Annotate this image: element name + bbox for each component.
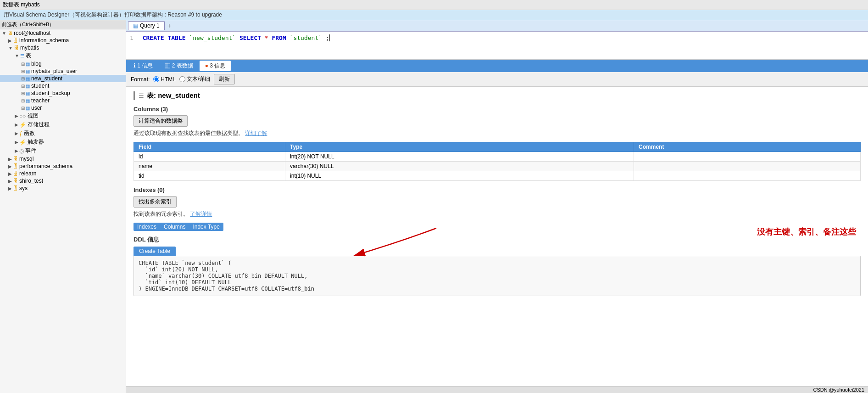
table-header: ☰ 表: new_student xyxy=(134,91,861,100)
table-row: namevarchar(30) NULL xyxy=(134,162,861,171)
sidebar-item-procedures[interactable]: ▶ ⚡ 存储过程 xyxy=(0,120,126,129)
sidebar-item-student-backup[interactable]: ⊞ ▦ student_backup xyxy=(0,90,126,97)
result-tabs: ℹ 1 信息 ▦ 2 表数据 ● 3 信息 xyxy=(126,60,868,72)
keyword-from: FROM xyxy=(272,34,286,41)
sidebar-user-label: user xyxy=(31,105,42,111)
sidebar-item-events[interactable]: ▶ ◎ 事件 xyxy=(0,146,126,155)
add-tab-button[interactable]: + xyxy=(166,22,173,29)
html-radio-label[interactable]: HTML xyxy=(153,76,176,83)
annotation-text: 没有主键、索引、备注这些 xyxy=(757,226,856,237)
table-icon: ▦ xyxy=(26,69,30,74)
sidebar-item-triggers[interactable]: ▶ ⚡ 触发器 xyxy=(0,138,126,146)
keyword-star: * xyxy=(265,34,268,41)
table-header-text: 表: new_student xyxy=(147,91,200,100)
sidebar-student-label: student xyxy=(31,83,49,89)
sidebar-item-tables-folder[interactable]: ▼ ☰ 表 xyxy=(0,51,126,60)
redundant-link[interactable]: 了解详情 xyxy=(190,211,212,217)
refresh-button[interactable]: 刷新 xyxy=(214,74,235,84)
expand-icon: ▼ xyxy=(15,53,19,58)
sidebar-item-new-student[interactable]: ⊞ ▦ new_student xyxy=(0,75,126,82)
sidebar-item-functions[interactable]: ▶ ƒ 函数 xyxy=(0,129,126,138)
expand-icon: ▶ xyxy=(8,164,12,169)
top-bar-title: 数据表 mybatis xyxy=(3,1,40,9)
query-tabs: ▦ Query 1 + xyxy=(126,20,868,32)
sidebar-mysql-label: mysql xyxy=(19,156,33,162)
result-tab-1[interactable]: ℹ 1 信息 xyxy=(128,61,158,71)
calc-desc: 通过该取现有数据查找该表的最佳数据类型。 详细了解 xyxy=(134,129,861,137)
sidebar-procedures-label: 存储过程 xyxy=(28,121,50,129)
sidebar-shiro-label: shiro_test xyxy=(19,178,43,184)
sidebar-item-shiro-test[interactable]: ▶ 🗄 shiro_test xyxy=(0,177,126,185)
result-tab-2[interactable]: ▦ 2 表数据 xyxy=(159,61,198,71)
query-editor[interactable]: 1 CREATE TABLE `new_student` SELECT * FR… xyxy=(126,32,868,59)
result-tab-3[interactable]: ● 3 信息 xyxy=(200,61,231,71)
sidebar-relearn-label: relearn xyxy=(19,170,36,177)
query-tab-1[interactable]: ▦ Query 1 xyxy=(128,21,165,30)
expand-icon: ⊞ xyxy=(21,106,25,111)
sidebar-item-root[interactable]: ▼ 🖥 root@localhost xyxy=(0,29,126,37)
sidebar-item-blog[interactable]: ⊞ ▦ blog xyxy=(0,60,126,67)
table-icon: ▦ xyxy=(26,98,30,103)
sidebar-new-student-label: new_student xyxy=(31,75,62,82)
calc-btn[interactable]: 计算适合的数据类 xyxy=(134,115,188,127)
expand-icon: ▶ xyxy=(15,140,18,145)
sidebar-root-label: root@localhost xyxy=(14,30,50,36)
status-bar: CSDN @yuhuofei2021 xyxy=(126,386,868,393)
sidebar-item-teacher[interactable]: ⊞ ▦ teacher xyxy=(0,97,126,104)
text-radio[interactable] xyxy=(179,76,185,82)
table-row: tidint(10) NULL xyxy=(134,171,861,181)
func-icon: ƒ xyxy=(19,130,22,137)
view-icon: ○○ xyxy=(19,113,26,119)
query-tab-label: Query 1 xyxy=(140,22,160,29)
line-number: 1 xyxy=(130,34,134,41)
text-radio-label[interactable]: 文本/详细 xyxy=(179,75,210,83)
col-header-comment: Comment xyxy=(634,142,861,152)
sidebar-item-views[interactable]: ▶ ○○ 视图 xyxy=(0,112,126,120)
sidebar-item-mybatis[interactable]: ▼ 🗄 mybatis xyxy=(0,44,126,51)
calc-link[interactable]: 详细了解 xyxy=(245,130,267,136)
html-radio[interactable] xyxy=(153,76,159,82)
db-icon: 🗄 xyxy=(13,185,18,191)
schema-bar: 用Visual Schema Designer（可视化架构设计器）打印数据库架构… xyxy=(0,10,868,20)
db-icon: 🗄 xyxy=(13,163,18,169)
indexes-section-title: Indexes (0) xyxy=(134,186,861,193)
info-panel: Format: HTML 文本/详细 刷新 ☰ 表: new_student xyxy=(126,72,868,386)
db-icon: 🗄 xyxy=(13,171,18,176)
indexes-tab-index-type[interactable]: Index Type xyxy=(189,223,223,231)
expand-icon: ▶ xyxy=(8,38,12,43)
sidebar-item-mysql[interactable]: ▶ 🗄 mysql xyxy=(0,155,126,163)
cursor xyxy=(329,34,330,41)
sidebar-item-user[interactable]: ⊞ ▦ user xyxy=(0,104,126,112)
query-area: ▦ Query 1 + 1 CREATE TABLE `new_student`… xyxy=(126,20,868,60)
indexes-tab-indexes[interactable]: Indexes xyxy=(134,223,160,231)
ddl-tab[interactable]: Create Table xyxy=(134,247,176,256)
sidebar-views-label: 视图 xyxy=(28,112,39,120)
col-header-field: Field xyxy=(134,142,285,152)
col-field: id xyxy=(134,152,285,162)
top-bar: 数据表 mybatis xyxy=(0,0,868,10)
col-field: tid xyxy=(134,171,285,181)
result-tab-2-label: 2 表数据 xyxy=(172,62,193,69)
sidebar-tables-label: 表 xyxy=(26,52,31,60)
redundant-btn[interactable]: 找出多余索引 xyxy=(134,196,177,208)
sidebar: 前选表（Ctrl+Shift+B） ▼ 🖥 root@localhost ▶ 🗄… xyxy=(0,20,126,393)
table-icon: ▦ xyxy=(26,106,30,111)
sidebar-item-mybatis-plus-user[interactable]: ⊞ ▦ mybatis_plus_user xyxy=(0,67,126,75)
ddl-title: DDL 信息 xyxy=(134,236,861,244)
sidebar-item-relearn[interactable]: ▶ 🗄 relearn xyxy=(0,170,126,177)
sidebar-item-sys[interactable]: ▶ 🗄 sys xyxy=(0,185,126,192)
sidebar-toolbar: 前选表（Ctrl+Shift+B） xyxy=(0,20,126,29)
sidebar-item-information-schema[interactable]: ▶ 🗄 information_schema xyxy=(0,37,126,44)
expand-icon: ⊞ xyxy=(21,91,25,96)
ddl-section: 没有主键、索引、备注这些 DDL 信息 xyxy=(134,236,861,296)
format-label: Format: xyxy=(131,76,150,83)
keyword-table: TABLE xyxy=(167,34,185,41)
sidebar-item-performance-schema[interactable]: ▶ 🗄 performance_schema xyxy=(0,163,126,170)
table-header-icon: ☰ xyxy=(139,92,144,99)
sidebar-item-student[interactable]: ⊞ ▦ student xyxy=(0,82,126,90)
expand-icon: ⊞ xyxy=(21,98,25,103)
expand-icon: ⊞ xyxy=(21,69,25,74)
columns-section-title: Columns (3) xyxy=(134,106,861,112)
indexes-tab-columns[interactable]: Columns xyxy=(160,223,189,231)
event-icon: ◎ xyxy=(19,148,24,154)
